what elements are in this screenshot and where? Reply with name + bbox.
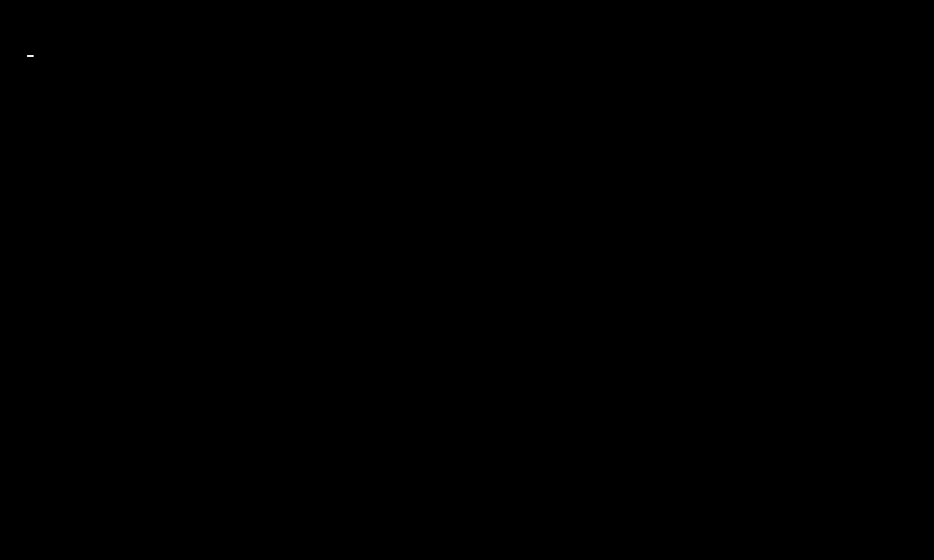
terminal-output bbox=[0, 0, 934, 61]
text-cursor bbox=[27, 55, 34, 57]
